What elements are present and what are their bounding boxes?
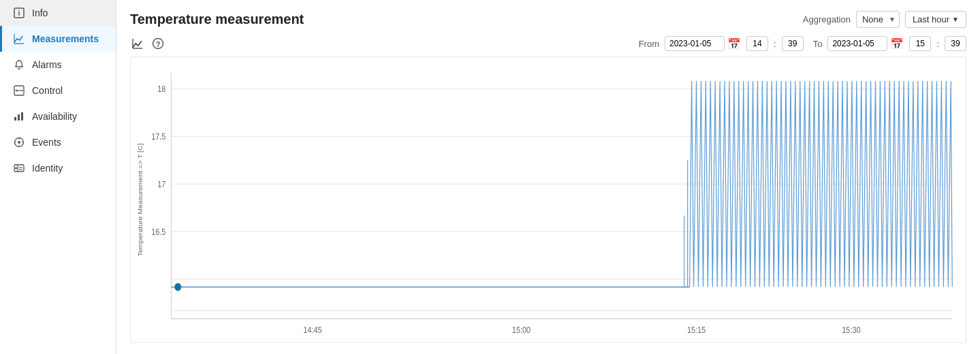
sidebar-item-availability[interactable]: Availability [0,103,116,129]
bell-icon [13,59,25,71]
svg-text:14:45: 14:45 [303,325,322,335]
svg-text:i: i [18,10,20,17]
from-label: From [639,39,659,49]
svg-text:15:30: 15:30 [842,325,861,335]
sidebar-item-info[interactable]: i Info [0,0,116,26]
sidebar-item-measurements-label: Measurements [32,33,99,44]
sidebar-item-control[interactable]: Control [0,78,116,103]
from-date-group: 📅 [665,36,741,51]
from-hour-input[interactable] [746,36,768,51]
from-calendar-icon[interactable]: 📅 [727,37,741,50]
sidebar-item-info-label: Info [32,7,48,18]
svg-text:16.5: 16.5 [151,227,166,237]
svg-rect-10 [21,112,23,120]
last-hour-label: Last hour [913,14,949,25]
date-range-row: From 📅 : To 📅 : [639,36,966,51]
aggregation-label: Aggregation [803,14,851,25]
to-calendar-icon[interactable]: 📅 [890,37,904,50]
identity-icon [13,162,25,174]
sidebar-item-identity-label: Identity [32,163,63,174]
svg-text:17.5: 17.5 [151,131,166,142]
chart-type-button[interactable] [130,36,145,51]
page-title: Temperature measurement [130,12,304,27]
to-date-group: 📅 [827,36,904,51]
to-hour-input[interactable] [909,36,931,51]
toolbar-left: ? [130,36,165,51]
control-icon [13,84,25,97]
aggregation-select-wrapper: None Min Max Avg ▼ [856,11,900,28]
svg-point-44 [174,283,181,291]
bar-chart-icon [13,110,25,123]
from-time-colon: : [774,39,776,49]
sidebar-item-alarms[interactable]: Alarms [0,52,116,78]
to-label: To [813,39,823,49]
to-date-input[interactable] [827,36,887,51]
svg-text:17: 17 [157,179,165,189]
aggregation-controls: Aggregation None Min Max Avg ▼ Last hour… [803,11,966,28]
svg-text:Temperature Measurement => T [: Temperature Measurement => T [C] [137,144,144,257]
svg-text:?: ? [156,40,161,48]
aggregation-select[interactable]: None Min Max Avg [856,11,900,28]
sidebar-item-events[interactable]: Events [0,129,116,155]
question-mark-icon: ? [152,37,164,50]
sidebar-item-control-label: Control [32,85,63,96]
last-hour-button[interactable]: Last hour ▼ [905,11,966,28]
content-area: Temperature measurement Aggregation None… [116,0,980,354]
temperature-chart: 18 17.5 17 16.5 Temperature Measurement … [131,57,966,342]
toolbar-row: ? From 📅 : To 📅 : [130,36,966,51]
svg-text:15:00: 15:00 [512,325,531,335]
line-chart-icon [131,37,144,50]
sidebar: i Info Measurements Alarms [0,0,116,354]
last-hour-arrow-icon: ▼ [952,16,959,23]
svg-text:18: 18 [157,84,165,94]
events-icon [13,136,25,148]
chart-line-icon [13,33,25,45]
sidebar-item-availability-label: Availability [32,111,77,122]
svg-rect-9 [18,114,20,120]
svg-point-21 [15,167,17,170]
chart-container: 18 17.5 17 16.5 Temperature Measurement … [130,57,966,343]
to-time-colon: : [936,39,939,49]
svg-rect-8 [14,117,16,120]
svg-text:15:15: 15:15 [687,325,706,335]
svg-point-5 [16,90,18,92]
sidebar-item-events-label: Events [32,137,61,148]
header-row: Temperature measurement Aggregation None… [130,11,966,28]
main-content: Temperature measurement Aggregation None… [116,0,980,354]
help-button[interactable]: ? [151,36,165,51]
sidebar-item-identity[interactable]: Identity [0,155,116,181]
sidebar-item-measurements[interactable]: Measurements [0,26,116,52]
svg-point-12 [18,141,20,144]
sidebar-item-alarms-label: Alarms [32,59,62,70]
to-min-input[interactable] [945,36,966,51]
from-min-input[interactable] [782,36,804,51]
from-date-input[interactable] [665,36,725,51]
info-icon: i [13,7,25,19]
